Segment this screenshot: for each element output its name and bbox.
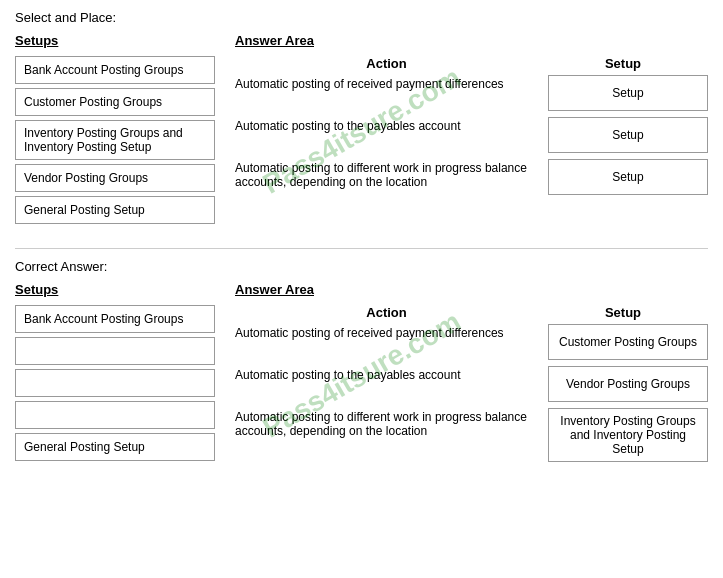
section1-answer-panel: Answer Area Action Setup Automatic posti…: [235, 33, 708, 228]
section2-answer-label: Answer Area: [235, 282, 708, 297]
select-and-place-label: Select and Place:: [15, 10, 708, 25]
section2-action-col-header: Action: [235, 305, 538, 320]
setup-item-c2[interactable]: [15, 337, 215, 365]
setup-box-1[interactable]: Setup: [548, 75, 708, 111]
section2-panel: Pass4itsure.com Setups Bank Account Post…: [15, 282, 708, 468]
answer-row-c1: Automatic posting of received payment di…: [235, 324, 708, 360]
section1-table-header: Action Setup: [235, 56, 708, 71]
action-text-c2: Automatic posting to the payables accoun…: [235, 366, 538, 402]
setup-box-c3[interactable]: Inventory Posting Groups and Inventory P…: [548, 408, 708, 462]
section2-setup-col-header: Setup: [538, 305, 708, 320]
setup-box-c1[interactable]: Customer Posting Groups: [548, 324, 708, 360]
action-text-2: Automatic posting to the payables accoun…: [235, 117, 538, 153]
setup-box-c2[interactable]: Vendor Posting Groups: [548, 366, 708, 402]
section2-table-header: Action Setup: [235, 305, 708, 320]
setup-box-3[interactable]: Setup: [548, 159, 708, 195]
section1-setups: Setups Bank Account Posting Groups Custo…: [15, 33, 215, 228]
setup-item-1[interactable]: Bank Account Posting Groups: [15, 56, 215, 84]
action-text-c3: Automatic posting to different work in p…: [235, 408, 538, 462]
action-text-c1: Automatic posting of received payment di…: [235, 324, 538, 360]
setup-item-c1[interactable]: Bank Account Posting Groups: [15, 305, 215, 333]
section1-panel: Pass4itsure.com Setups Bank Account Post…: [15, 33, 708, 228]
section2-answer-panel: Answer Area Action Setup Automatic posti…: [235, 282, 708, 468]
section1-setup-col-header: Setup: [538, 56, 708, 71]
section1-setups-label: Setups: [15, 33, 215, 48]
section2-setups-label: Setups: [15, 282, 215, 297]
setup-item-3[interactable]: Inventory Posting Groups and Inventory P…: [15, 120, 215, 160]
action-text-1: Automatic posting of received payment di…: [235, 75, 538, 111]
answer-row-c2: Automatic posting to the payables accoun…: [235, 366, 708, 402]
setup-item-c5[interactable]: General Posting Setup: [15, 433, 215, 461]
correct-answer-label: Correct Answer:: [15, 259, 708, 274]
setup-item-2[interactable]: Customer Posting Groups: [15, 88, 215, 116]
section2-setups: Setups Bank Account Posting Groups Gener…: [15, 282, 215, 468]
setup-item-5[interactable]: General Posting Setup: [15, 196, 215, 224]
setup-item-c3[interactable]: [15, 369, 215, 397]
setup-box-2[interactable]: Setup: [548, 117, 708, 153]
section2-answer-table: Action Setup Automatic posting of receiv…: [235, 305, 708, 462]
action-text-3: Automatic posting to different work in p…: [235, 159, 538, 195]
answer-row-3: Automatic posting to different work in p…: [235, 159, 708, 195]
answer-row-2: Automatic posting to the payables accoun…: [235, 117, 708, 153]
setup-item-c4[interactable]: [15, 401, 215, 429]
answer-row-1: Automatic posting of received payment di…: [235, 75, 708, 111]
section1-action-col-header: Action: [235, 56, 538, 71]
section-divider: [15, 248, 708, 249]
section1-answer-table: Action Setup Automatic posting of receiv…: [235, 56, 708, 195]
section1-answer-label: Answer Area: [235, 33, 708, 48]
setup-item-4[interactable]: Vendor Posting Groups: [15, 164, 215, 192]
answer-row-c3: Automatic posting to different work in p…: [235, 408, 708, 462]
